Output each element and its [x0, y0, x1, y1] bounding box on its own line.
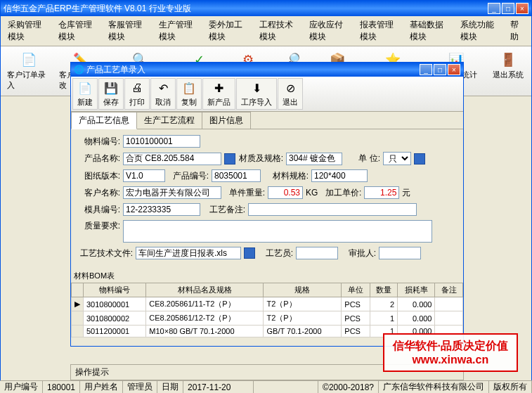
product-name-input[interactable] [123, 153, 221, 165]
process-note-label: 工艺备注: [203, 204, 245, 216]
bom-table: 物料编号材料品名及规格规格单位数量损耗率备注 ▶3010800001CE8.20… [71, 283, 463, 337]
bom-header: 物料编号 [84, 283, 146, 297]
material-code-label: 物料编号: [79, 136, 120, 148]
inner-tool-label: 新建 [77, 97, 93, 108]
table-row[interactable]: 3010800002CE8.205861/12-T2（P）T2（P）PCS10.… [72, 311, 463, 326]
inner-toolbar-button[interactable]: 📄新建 [72, 78, 98, 110]
inner-tool-icon: 📋 [181, 80, 197, 96]
tool-label: 客户订单录入 [7, 70, 51, 91]
inner-toolbar-button[interactable]: 💾保存 [98, 78, 124, 110]
quality-req-label: 质量要求: [79, 220, 120, 232]
menu-item[interactable]: 采购管理模块 [4, 18, 53, 44]
inner-tool-icon: 💾 [103, 80, 119, 96]
menu-item[interactable]: 基础数据模块 [406, 18, 455, 44]
menubar: 采购管理模块仓库管理模块客服管理模块生产管理模块委外加工模块工程技术模块应收应付… [1, 16, 531, 46]
unit-weight-label: 单件重量: [224, 187, 265, 199]
main-titlebar: 信华五金产品ERP生产管理软件 V8.01 行业专业版 _ □ × [1, 1, 531, 16]
inner-tool-icon: ⬇ [249, 80, 264, 96]
menu-item[interactable]: 生产管理模块 [155, 18, 205, 44]
toolbar-button[interactable]: 📄客户订单录入 [4, 49, 54, 93]
status-user-code-label: 用户编号 [0, 381, 43, 393]
status-company: 广东信华软件科技有限公司 [379, 381, 489, 393]
inner-toolbar-button[interactable]: ✚新产品 [202, 78, 235, 110]
bom-header: 备注 [435, 283, 463, 297]
tab[interactable]: 生产工艺流程 [136, 112, 202, 129]
menu-item[interactable]: 仓库管理模块 [54, 18, 104, 44]
table-row[interactable]: ▶3010800001CE8.205861/11-T2（P）T2（P）PCS20… [72, 297, 463, 311]
tech-file-label: 工艺技术文件: [79, 247, 133, 259]
bom-header: 材料品名及规格 [146, 283, 264, 297]
product-lookup-button[interactable] [224, 153, 235, 165]
menu-item[interactable]: 报表管理模块 [356, 18, 406, 44]
bom-header: 数量 [370, 283, 397, 297]
menu-item[interactable]: 帮助 [506, 18, 528, 44]
watermark-line2: www.xinwa.cn [393, 354, 508, 366]
watermark: 信华软件·品质决定价值 www.xinwa.cn [383, 333, 518, 372]
status-user-name: 管理员 [123, 381, 157, 393]
unit-weight-input[interactable] [268, 186, 303, 199]
inner-toolbar-button[interactable]: 📋复制 [176, 78, 202, 110]
process-note-input[interactable] [248, 203, 417, 216]
inner-minimize-button[interactable]: _ [420, 64, 432, 75]
form-area: 物料编号: 产品名称: 材质及规格: 单 位: 只 图纸版本: 产品编号: 材料… [71, 129, 463, 269]
product-process-window: 🌐 产品工艺单录入 _ □ × 📄新建💾保存🖨打印↶取消📋复制✚新产品⬇工序导入… [70, 62, 464, 347]
tech-file-lookup-button[interactable] [244, 247, 255, 259]
minimize-button[interactable]: _ [488, 3, 500, 14]
statusbar: 用户编号 180001 用户姓名 管理员 日期 2017-11-20 ©2000… [0, 380, 532, 393]
product-code-label: 产品编号: [168, 170, 209, 182]
menu-item[interactable]: 应收应付模块 [305, 18, 355, 44]
status-user-code: 180001 [43, 381, 80, 393]
status-user-name-label: 用户姓名 [80, 381, 123, 393]
tab[interactable]: 图片信息 [202, 112, 251, 129]
inner-tool-label: 取消 [155, 97, 171, 108]
tab[interactable]: 产品工艺信息 [71, 112, 137, 129]
customer-input[interactable] [123, 186, 221, 199]
toolbar-button[interactable]: 🚪退出系统 [488, 49, 528, 93]
status-date: 2017-11-20 [183, 381, 254, 393]
inner-toolbar-button[interactable]: ⊘退出 [278, 78, 303, 110]
inner-toolbar-button[interactable]: ⬇工序导入 [236, 78, 277, 110]
tool-label: 退出系统 [493, 70, 524, 80]
customer-label: 客户名称: [79, 187, 120, 199]
inner-maximize-button[interactable]: □ [434, 64, 446, 75]
bom-header: 单位 [342, 283, 370, 297]
material-code-input[interactable] [123, 135, 200, 148]
material-spec-label: 材质及规格: [238, 153, 283, 165]
inner-toolbar-button[interactable]: 🖨打印 [124, 78, 150, 110]
unit-label: 单 位: [345, 153, 380, 165]
inner-close-button[interactable]: × [448, 64, 460, 75]
quality-req-input[interactable] [123, 220, 432, 243]
menu-item[interactable]: 委外加工模块 [205, 18, 254, 44]
inner-toolbar: 📄新建💾保存🖨打印↶取消📋复制✚新产品⬇工序导入⊘退出 [71, 77, 463, 112]
status-copyright: ©2000-2018? [318, 381, 379, 393]
status-rights: 版权所有 [489, 381, 532, 393]
menu-item[interactable]: 客服管理模块 [104, 18, 154, 44]
product-code-input[interactable] [212, 169, 261, 182]
approver-input[interactable] [379, 247, 421, 259]
close-button[interactable]: × [516, 3, 528, 14]
maximize-button[interactable]: □ [502, 3, 514, 14]
bom-section-label: 材料BOM表 [71, 269, 463, 283]
mat-spec2-input[interactable] [311, 169, 368, 182]
approver-label: 审批人: [341, 247, 376, 259]
inner-tool-label: 复制 [181, 97, 197, 108]
inner-tool-icon: ✚ [212, 80, 227, 96]
menu-item[interactable]: 工程技术模块 [255, 18, 305, 44]
drawing-ver-input[interactable] [123, 169, 165, 182]
unit-price-input[interactable] [364, 186, 399, 199]
unit-select[interactable]: 只 [383, 152, 411, 165]
unit-price-unit: 元 [402, 187, 410, 199]
menu-item[interactable]: 系统功能模块 [456, 18, 506, 44]
product-name-label: 产品名称: [79, 153, 120, 165]
hint-label: 操作提示 [75, 367, 109, 377]
mold-code-input[interactable] [123, 203, 200, 216]
inner-toolbar-button[interactable]: ↶取消 [150, 78, 176, 110]
inner-title: 产品工艺单录入 [86, 65, 145, 75]
unit-lookup-button[interactable] [414, 153, 425, 165]
tech-person-label: 工艺员: [258, 247, 293, 259]
inner-titlebar: 🌐 产品工艺单录入 _ □ × [71, 63, 463, 77]
tech-person-input[interactable] [296, 247, 338, 259]
tech-file-input[interactable] [136, 247, 241, 259]
material-spec-input[interactable] [286, 153, 342, 165]
bom-header: 规格 [264, 283, 342, 297]
